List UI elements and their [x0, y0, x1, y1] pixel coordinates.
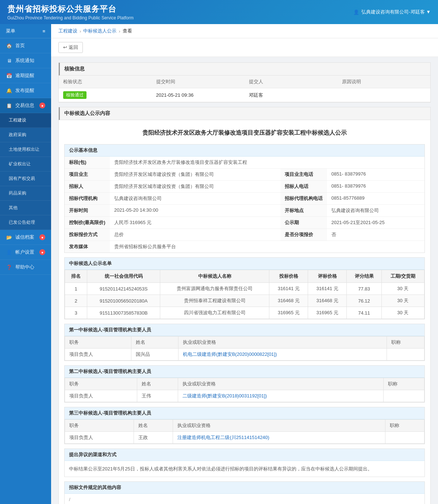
trade-icon: 📋 — [6, 102, 12, 109]
sidebar-item-processed[interactable]: 已发公告处理 — [0, 215, 51, 230]
sidebar-item-sys-notify[interactable]: 🖥 系统通知 — [0, 53, 51, 68]
breadcrumb: 工程建设 › 中标候选人公示 › 查看 — [51, 24, 438, 38]
second-candidate-title: 第二中标候选人-项目管理机构主要人员 — [65, 366, 424, 378]
sidebar: 菜单 ≡ 🏠 首页 🖥 系统通知 📅 逾期提醒 🔔 发布提醒 📋 交易信息 ● — [0, 24, 51, 504]
sidebar-item-state-assets[interactable]: 国有产权交易 — [0, 172, 51, 186]
info-row-agency: 招标代理机构 弘典建设咨询有限公司 招标代理机构电话 0851-85776889 — [65, 193, 424, 205]
sidebar-item-land[interactable]: 土地使用权出让 — [0, 142, 51, 157]
verify-reason — [338, 88, 431, 102]
header-subtitle: GuiZhou Province Tendering and Bidding P… — [7, 15, 134, 20]
breadcrumb-announcement[interactable]: 中标候选人公示 — [83, 28, 116, 34]
qual-link-1[interactable]: 机电二级建造师(黔建安B(2020)0000822[01]) — [183, 351, 277, 357]
sidebar-item-credit[interactable]: 📂 诚信档案 ● — [0, 230, 51, 245]
third-personnel-row: 项目负责人 王政 注册建造师机电工程二级(川251141514240) — [65, 432, 424, 444]
cell-period: 30 天 — [381, 307, 424, 319]
qual-1: 机电二级建造师(黔建安B(2020)0000822[01]) — [178, 349, 387, 361]
label-media: 发布媒体 — [65, 241, 110, 253]
verify-header-time: 提交时间 — [152, 76, 245, 88]
back-button[interactable]: ↩ 返回 — [58, 42, 83, 53]
value-bidder-tel: 0851- 83879976 — [327, 181, 424, 193]
value-agency: 弘典建设咨询有限公司 — [110, 193, 280, 205]
sidebar-item-home[interactable]: 🏠 首页 — [0, 38, 51, 53]
header-user[interactable]: 👤 弘典建设咨询有限公司-邓廷客 ▼ — [353, 9, 431, 15]
info-row-bidder: 招标人 贵阳经济开发区城市建设投资（集团）有限公司 招标人电话 0851- 83… — [65, 181, 424, 193]
announcement-section-title: 中标候选人公示内容 — [59, 107, 430, 120]
qual-2: 二级建造师(黔建安B(2018)0031192[01]) — [178, 390, 383, 402]
info-row-control: 控制价(最高限价) 人民币 316965 元 公示期 2021-05-21至20… — [65, 217, 424, 229]
qual-link-3[interactable]: 注册建造师机电工程二级(川251141514240) — [177, 435, 269, 440]
sidebar-item-publish[interactable]: 🔔 发布提醒 — [0, 83, 51, 98]
first-personnel-row: 项目负责人 国兴品 机电二级建造师(黔建安B(2020)0000822[01]) — [65, 349, 424, 361]
label-agency-tel: 招标代理机构电话 — [280, 193, 327, 205]
bell-icon: 🔔 — [6, 87, 12, 94]
qual-link-2[interactable]: 二级建造师(黔建安B(2018)0031192[01]) — [182, 393, 267, 399]
th-qual-3: 执业或职业资格 — [173, 420, 385, 432]
candidates-header-row: 排名 统一社会信用代码 中标候选人名称 投标价格 评标价格 评分结果 工期/交货… — [65, 270, 424, 283]
sidebar-item-help[interactable]: ❓ 帮助中心 — [0, 260, 51, 275]
sidebar-item-gov-purchase[interactable]: 政府采购 — [0, 128, 51, 142]
th-role-1: 职务 — [65, 336, 131, 349]
cell-period: 30 天 — [381, 295, 424, 307]
breadcrumb-view: 查看 — [123, 28, 132, 34]
cell-eval-price: 316965 元 — [308, 307, 347, 319]
value-segment: 贵阳经济技术开发区政务大厅装修改造项目变压器扩容安装工程 — [110, 157, 424, 169]
label-bidtype: 投标报价方式 — [65, 229, 110, 241]
candidates-table: 排名 统一社会信用代码 中标候选人名称 投标价格 评标价格 评分结果 工期/交货… — [65, 270, 424, 319]
candidates-title: 中标候选人公示名单 — [65, 258, 424, 270]
sidebar-menu-toggle[interactable]: 菜单 ≡ — [0, 24, 51, 38]
info-row-bidtype: 投标报价方式 总价 是否分项报价 否 — [65, 229, 424, 241]
col-score: 评分结果 — [347, 270, 381, 283]
verify-section-title: 核验信息 — [59, 63, 430, 76]
announcement-body: 贵阳经济技术开发区政务大厅装修改造项目变压器扩容安装工程中标候选人公示 公示基本… — [59, 120, 430, 504]
label-bidder-tel: 招标人电话 — [280, 181, 327, 193]
value-itemized: 否 — [327, 229, 424, 241]
col-name: 中标候选人名称 — [160, 270, 269, 283]
label-land: 土地使用权出让 — [9, 146, 39, 153]
cell-eval-price: 316468 元 — [308, 295, 347, 307]
info-row-media: 发布媒体 贵州省招标投标公共服务平台 — [65, 241, 424, 253]
account-badge: ● — [39, 249, 45, 255]
table-row: 2 91520100565020180A 贵州恒泰祥工程建设有限公司 31646… — [65, 295, 424, 307]
third-personnel-table: 职务 姓名 执业或职业资格 职称 项目负责人 王政 注册 — [65, 419, 424, 444]
col-bid-price: 投标价格 — [269, 270, 308, 283]
first-candidate-title: 第一中标候选人-项目管理机构主要人员 — [65, 324, 424, 336]
content: 工程建设 › 中标候选人公示 › 查看 ↩ 返回 核验信息 检验状态 提交时间 — [51, 24, 438, 504]
sidebar-item-overdue[interactable]: 📅 逾期提醒 — [0, 68, 51, 83]
sidebar-item-engineering[interactable]: 工程建设 — [0, 113, 51, 128]
name-1: 国兴品 — [131, 349, 178, 361]
sidebar-item-trade[interactable]: 📋 交易信息 ● — [0, 98, 51, 113]
breadcrumb-engineering[interactable]: 工程建设 — [58, 28, 77, 34]
third-candidate-card: 第三中标候选人-项目管理机构主要人员 职务 姓名 执业或职业资格 职称 — [64, 407, 425, 444]
th-title-3: 职称 — [385, 420, 424, 432]
th-title-2: 职称 — [383, 378, 424, 390]
menu-label: 菜单 — [6, 28, 15, 34]
sidebar-item-account[interactable]: 👤 帐户设置 ● — [0, 245, 51, 260]
th-role-2: 职务 — [65, 378, 137, 390]
sidebar-item-medicine[interactable]: 药品采购 — [0, 186, 51, 201]
verify-submitter: 邓廷客 — [245, 88, 338, 102]
label-segment: 标段(包) — [65, 157, 110, 169]
second-personnel-table: 职务 姓名 执业或职业资格 职称 项目负责人 王伟 二级 — [65, 378, 424, 402]
third-candidate-title: 第三中标候选人-项目管理机构主要人员 — [65, 407, 424, 419]
cell-rank: 2 — [65, 295, 87, 307]
breadcrumb-sep-2: › — [119, 28, 120, 34]
th-name-1: 姓名 — [131, 336, 178, 349]
sidebar-label-publish: 发布提醒 — [15, 87, 34, 94]
sidebar-item-other[interactable]: 其他 — [0, 201, 51, 215]
info-row-segment: 标段(包) 贵阳经济技术开发区政务大厅装修改造项目变压器扩容安装工程 — [65, 157, 424, 169]
label-processed: 已发公告处理 — [9, 219, 35, 226]
sidebar-label-home: 首页 — [15, 42, 25, 49]
third-personnel-header: 职务 姓名 执业或职业资格 职称 — [65, 420, 424, 432]
sidebar-label-sys-notify: 系统通知 — [15, 57, 34, 64]
sidebar-item-mining[interactable]: 矿业权出让 — [0, 157, 51, 172]
label-help: 帮助中心 — [15, 264, 34, 270]
breadcrumb-sep-1: › — [80, 28, 81, 34]
basic-info-table: 标段(包) 贵阳经济技术开发区政务大厅装修改造项目变压器扩容安装工程 项目业主 … — [65, 157, 424, 253]
dispute-text: 中标结果公示至2021年5月25日，投标人或者其他利害关系人对依法必须进行招标的… — [65, 461, 424, 477]
main-layout: 菜单 ≡ 🏠 首页 🖥 系统通知 📅 逾期提醒 🔔 发布提醒 📋 交易信息 ● — [0, 24, 438, 504]
trade-badge: ● — [39, 103, 45, 108]
info-row-opentime: 开标时间 2021-05-20 14:30:00 开标地点 弘典建设咨询有限公司 — [65, 205, 424, 217]
cell-eval-price: 316141 元 — [308, 283, 347, 295]
label-openlocation: 开标地点 — [280, 205, 327, 217]
value-period: 2021-05-21至2021-05-25 — [327, 217, 424, 229]
